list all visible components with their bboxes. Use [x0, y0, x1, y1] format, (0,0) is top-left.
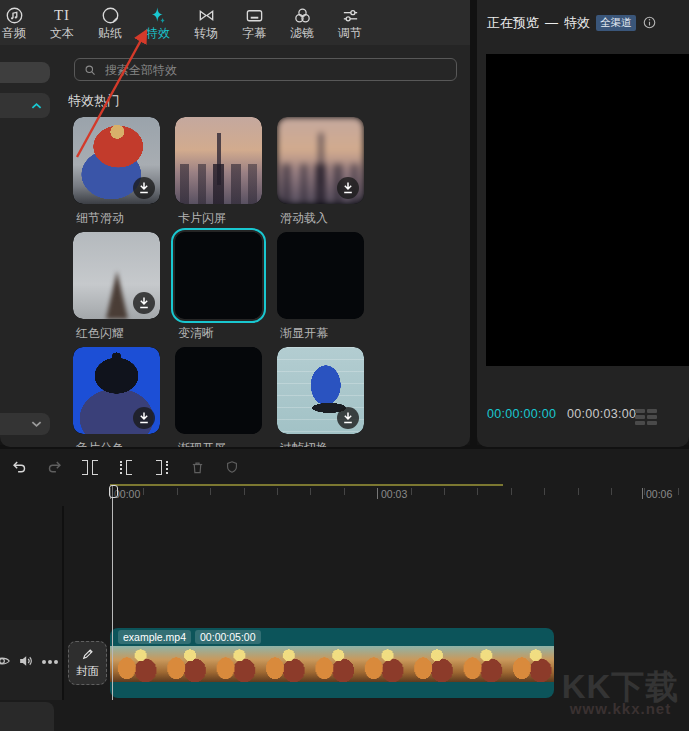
toolbar-item-label: 特效 — [146, 27, 170, 39]
effect-label: 红色闪耀 — [76, 325, 165, 342]
sidebar-dropdown-expanded[interactable] — [0, 413, 50, 435]
shield-icon[interactable] — [221, 457, 243, 477]
effect-thumbnail[interactable] — [73, 347, 160, 434]
effect-thumbnail[interactable] — [175, 347, 262, 434]
more-options-icon[interactable] — [42, 660, 46, 664]
ruler-label: 00:00 — [114, 488, 140, 500]
effects-section-title: 特效热门 — [68, 92, 120, 110]
channel-badge: 全渠道 — [596, 15, 636, 31]
sidebar-stub-top[interactable] — [0, 62, 50, 83]
eye-visibility-icon[interactable] — [0, 652, 11, 670]
toolbar-item-label: 调节 — [338, 27, 362, 39]
panel-divider-vertical — [470, 0, 477, 447]
search-input[interactable] — [103, 62, 427, 78]
toolbar-item-transition[interactable]: 转场 — [182, 0, 230, 45]
chevron-up-icon — [31, 102, 42, 110]
timeline-section: 00:00 00:03 00:06 — [0, 449, 689, 731]
dotted-line — [120, 461, 122, 474]
download-icon — [337, 407, 359, 429]
delete-button[interactable] — [186, 457, 208, 477]
main-toolbar: 音频 TI 文本 贴纸 — [0, 0, 470, 45]
toolbar-item-label: 音频 — [2, 27, 26, 39]
ruler-label: 00:03 — [381, 488, 407, 500]
preview-time-row: 00:00:00:00 00:00:03:00 — [487, 407, 636, 421]
text-icon: TI — [54, 7, 70, 25]
ruler-major-tick — [377, 488, 378, 499]
toolbar-item-adjust[interactable]: 调节 — [326, 0, 374, 45]
clip-footer — [110, 682, 554, 698]
toolbar-item-effects[interactable]: 特效 — [134, 0, 182, 45]
toolbar-item-label: 滤镜 — [290, 27, 314, 39]
download-icon — [133, 407, 155, 429]
delete-right-button[interactable] — [151, 457, 173, 477]
effect-label: 渐现开屏 — [178, 440, 267, 447]
speaker-icon[interactable] — [17, 652, 35, 670]
effects-star-icon — [148, 7, 168, 25]
watermark-url: www.kkx.net — [552, 700, 689, 717]
clip-filename: example.mp4 — [118, 630, 191, 644]
effect-thumbnail[interactable] — [277, 117, 364, 204]
total-timecode: 00:00:03:00 — [567, 407, 636, 421]
sticker-icon — [101, 7, 120, 25]
effect-label: 卡片闪屏 — [178, 210, 267, 227]
effects-search-box — [74, 58, 457, 81]
preview-subtitle: 特效 — [564, 14, 590, 32]
clip-header: example.mp4 00:00:05:00 — [110, 628, 554, 646]
delete-left-button[interactable] — [115, 457, 137, 477]
download-icon — [133, 177, 155, 199]
toolbar-item-label: 转场 — [194, 27, 218, 39]
video-editor-window: 音频 TI 文本 贴纸 — [0, 0, 689, 731]
bracket-right — [92, 460, 98, 475]
video-clip[interactable]: example.mp4 00:00:05:00 — [110, 628, 554, 698]
effect-label: 负片分色 — [76, 440, 165, 447]
preview-header: 正在预览 — 特效 全渠道 — [477, 0, 689, 45]
split-button[interactable] — [79, 457, 101, 477]
effect-item: 负片分色 — [73, 347, 165, 447]
dotted-line — [166, 461, 168, 474]
effect-item-selected: 变清晰 — [175, 232, 267, 342]
effect-item: 渐现开屏 — [175, 347, 267, 447]
effect-thumbnail[interactable] — [73, 232, 160, 319]
ruler-major-tick — [642, 488, 643, 499]
toolbar-item-audio[interactable]: 音频 — [0, 0, 38, 45]
bracket-left — [82, 460, 88, 475]
preview-title-separator: — — [545, 15, 558, 30]
effect-label: 渐显开幕 — [280, 325, 369, 342]
effect-thumbnail[interactable] — [73, 117, 160, 204]
download-icon — [133, 292, 155, 314]
effect-thumbnail[interactable] — [277, 347, 364, 434]
bracket-left — [156, 460, 162, 475]
timeline-ruler[interactable]: 00:00 00:03 00:06 — [0, 484, 689, 506]
toolbar-item-subtitle[interactable]: 字幕 — [230, 0, 278, 45]
track-divider — [62, 506, 64, 700]
undo-button[interactable] — [8, 457, 30, 477]
toolbar-item-text[interactable]: TI 文本 — [38, 0, 86, 45]
playhead-line — [112, 485, 113, 700]
toolbar-item-sticker[interactable]: 贴纸 — [86, 0, 134, 45]
chevron-down-icon — [31, 420, 42, 428]
sidebar-dropdown-collapsed[interactable] — [0, 93, 50, 118]
effect-thumbnail[interactable] — [277, 232, 364, 319]
layout-grid-icon[interactable] — [635, 409, 657, 425]
preview-title: 正在预览 — [487, 14, 539, 32]
effect-thumbnail[interactable] — [175, 232, 262, 319]
toolbar-item-label: 字幕 — [242, 27, 266, 39]
current-timecode: 00:00:00:00 — [487, 407, 565, 421]
effect-label: 变清晰 — [178, 325, 267, 342]
preview-panel: 00:00:00:00 00:00:03:00 — [477, 45, 689, 447]
effect-label: 过帧切换 — [280, 440, 369, 447]
bracket-right — [126, 460, 132, 475]
pencil-icon — [80, 647, 95, 662]
clip-filmstrip — [110, 646, 554, 682]
adjust-icon — [341, 7, 360, 25]
redo-button[interactable] — [44, 457, 66, 477]
audio-icon — [5, 7, 24, 25]
playhead-handle[interactable] — [109, 485, 118, 498]
info-icon[interactable] — [642, 15, 657, 30]
clip-duration: 00:00:05:00 — [195, 630, 260, 644]
toolbar-item-filter[interactable]: 滤镜 — [278, 0, 326, 45]
effect-thumbnail[interactable] — [175, 117, 262, 204]
cover-button[interactable]: 封面 — [68, 641, 107, 685]
effect-label: 滑动载入 — [280, 210, 369, 227]
effects-panel: 特效热门 细节滑动 卡片闪屏 滑动载入 — [0, 45, 470, 447]
